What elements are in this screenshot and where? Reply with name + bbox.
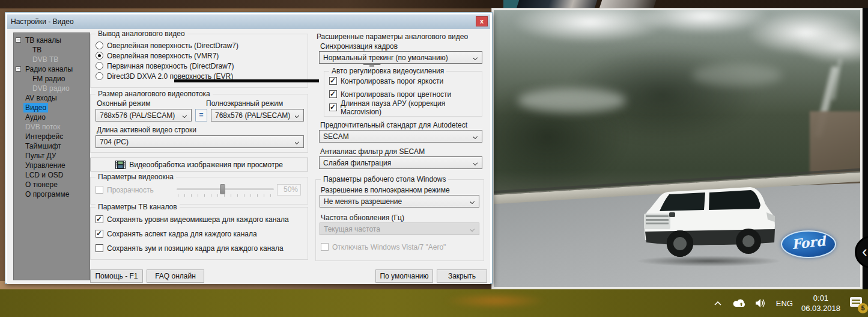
dialog-titlebar[interactable]: Настройки - Видео x <box>7 14 490 29</box>
chevron-down-icon <box>473 56 478 60</box>
tree-item-radio-channels[interactable]: −Радио каналы <box>14 64 90 74</box>
autodetect-select[interactable]: SECAM <box>319 130 482 143</box>
sync-label: Синхронизация кадров <box>320 42 398 51</box>
faq-button[interactable]: FAQ онлайн <box>147 269 204 283</box>
checkbox-icon <box>321 243 329 251</box>
sync-select[interactable]: Нормальный трекинг (по умолчанию) <box>319 51 482 64</box>
advanced-title: Расширенные параметры аналогового видео <box>317 32 468 41</box>
fullscreen-mode-select[interactable]: 768x576 (PAL/SECAM) <box>211 109 304 122</box>
tree-item-av-inputs[interactable]: AV входы <box>14 93 90 103</box>
keep-mixer-levels-checkbox[interactable]: Сохранять уровни видеомикшера для каждог… <box>96 215 289 224</box>
collapse-icon[interactable]: − <box>16 37 21 43</box>
radio-overlay-vmr7[interactable]: Оверлейная поверхность (VMR7) <box>96 51 219 60</box>
chevron-down-icon <box>470 200 475 204</box>
group-title: Размер аналогового видеопотока <box>96 90 213 98</box>
agc-pause-checkbox[interactable]: Длинная пауза АРУ (коррекция Macrovision… <box>329 103 482 112</box>
transparency-value: 50% <box>277 184 301 195</box>
dialog-body: −ТВ каналы ТВ DVB ТВ −Радио каналы FM ра… <box>7 29 490 284</box>
tray-expand-chevron-icon[interactable] <box>711 297 724 310</box>
help-button[interactable]: Помощь - F1 <box>90 269 143 283</box>
checkbox-icon[interactable] <box>96 230 103 238</box>
checkbox-icon[interactable] <box>329 90 337 98</box>
autodetect-label: Предпочтительный стандарт для Autodetect <box>320 121 467 129</box>
group-title: Авто регулировка видеоусиления <box>329 67 446 75</box>
tree-item-tv[interactable]: ТВ <box>14 45 90 55</box>
tree-item-dvb-stream: DVB поток <box>14 122 90 132</box>
disable-aero-checkbox: Отключать Windows Vista/7 "Aero" <box>321 242 446 251</box>
refresh-select: Текущая частота <box>320 223 479 235</box>
tree-item-timeshift[interactable]: Таймшифт <box>14 141 90 151</box>
collapse-icon[interactable]: − <box>16 66 21 72</box>
antialias-select[interactable]: Слабая фильтрация <box>319 156 482 169</box>
radio-icon[interactable] <box>96 72 103 80</box>
chevron-down-icon <box>473 161 478 165</box>
wallpaper-detail <box>517 0 598 8</box>
checkbox-icon[interactable] <box>96 215 103 223</box>
transparency-slider <box>177 188 274 190</box>
close-dialog-button[interactable]: Закрыть <box>437 269 487 283</box>
checkbox-icon[interactable] <box>96 244 103 252</box>
radio-primary-dd7[interactable]: Первичная поверхность (DirectDraw7) <box>96 61 234 70</box>
group-title: Параметры видеоокна <box>96 173 176 181</box>
chevron-down-icon <box>473 135 478 139</box>
clock-time: 0:01 <box>801 293 840 303</box>
dialog-title: Настройки - Видео <box>11 17 74 26</box>
keep-zoom-checkbox[interactable]: Сохранять зум и позицию кадра для каждог… <box>96 244 284 253</box>
clock-date: 06.03.2018 <box>801 303 840 313</box>
tree-item-fm-radio[interactable]: FM радио <box>14 74 90 84</box>
fullscreen-mode-label: Полноэкранный режим <box>206 99 283 108</box>
white-suv <box>633 174 786 264</box>
tree-item-about-program[interactable]: О программе <box>14 189 90 199</box>
wallpaper-glow <box>445 293 547 309</box>
windowed-mode-select[interactable]: 768x576 (PAL/SECAM) <box>96 109 192 122</box>
refresh-label: Частота обновления (Гц) <box>321 214 404 222</box>
settings-category-tree: −ТВ каналы ТВ DVB ТВ −Радио каналы FM ра… <box>13 32 90 280</box>
chevron-down-icon <box>295 114 299 118</box>
chevron-down-icon <box>295 140 299 144</box>
radio-overlay-dd7[interactable]: Оверлейная поверхность (DirectDraw7) <box>96 41 238 50</box>
ford-logo: Ford <box>781 230 836 258</box>
antialias-label: Антиалиас фильтр для SECAM <box>320 147 425 156</box>
radio-icon[interactable] <box>96 42 103 49</box>
tree-item-lcd-osd[interactable]: LCD и OSD <box>14 170 90 180</box>
tree-item-remote[interactable]: Пульт ДУ <box>14 151 90 161</box>
checkbox-icon <box>96 186 103 194</box>
slider-ticks <box>178 194 274 197</box>
checkbox-icon[interactable] <box>329 77 337 85</box>
video-preview-window[interactable]: Ford <box>491 8 863 289</box>
keep-aspect-checkbox[interactable]: Сохранять аспект кадра для каждого канал… <box>96 229 257 238</box>
video-processing-button[interactable]: Видеообработка изображения при просмотре <box>90 158 308 171</box>
tree-item-video[interactable]: Видео <box>14 103 90 112</box>
onedrive-cloud-icon[interactable] <box>733 297 746 310</box>
action-center-icon[interactable]: 5 <box>849 295 864 311</box>
chevron-down-icon <box>183 114 187 118</box>
group-title: Параметры ТВ каналов <box>96 203 180 211</box>
chroma-threshold-checkbox[interactable]: Контролировать порог цветности <box>329 90 451 99</box>
taskbar[interactable]: ENG 0:01 06.03.2018 5 <box>0 289 868 317</box>
chevron-down-icon <box>470 227 475 232</box>
tree-item-interface[interactable]: Интерфейс <box>14 132 90 141</box>
clock[interactable]: 0:01 06.03.2018 <box>801 293 840 313</box>
brightness-threshold-checkbox[interactable]: Контролировать порог яркости <box>329 76 443 85</box>
wallpaper-top-strip <box>0 0 868 8</box>
mist <box>518 88 626 112</box>
mist <box>692 64 782 86</box>
tree-item-tv-channels[interactable]: −ТВ каналы <box>14 35 90 45</box>
notification-badge: 5 <box>858 303 868 313</box>
tree-item-control[interactable]: Управление <box>14 161 90 170</box>
language-indicator[interactable]: ENG <box>776 299 793 308</box>
resolution-select[interactable]: Не менять разрешение <box>320 195 479 208</box>
cloud <box>794 28 860 64</box>
defaults-button[interactable]: По умолчанию <box>375 269 433 283</box>
radio-icon[interactable] <box>96 62 103 70</box>
close-button[interactable]: x <box>476 16 488 26</box>
tree-item-audio[interactable]: Аудио <box>14 112 90 122</box>
radio-icon[interactable] <box>96 52 103 60</box>
tree-item-about-tuner[interactable]: О тюнере <box>14 180 90 189</box>
equals-link-button[interactable]: = <box>195 109 207 122</box>
checkbox-icon[interactable] <box>329 103 337 111</box>
volume-icon[interactable] <box>754 297 768 310</box>
settings-dialog: Настройки - Видео x −ТВ каналы ТВ DVB ТВ… <box>5 12 493 284</box>
tv-channels-group: Параметры ТВ каналов Сохранять уровни ви… <box>90 207 308 260</box>
active-line-select[interactable]: 704 (PC) <box>96 135 304 148</box>
